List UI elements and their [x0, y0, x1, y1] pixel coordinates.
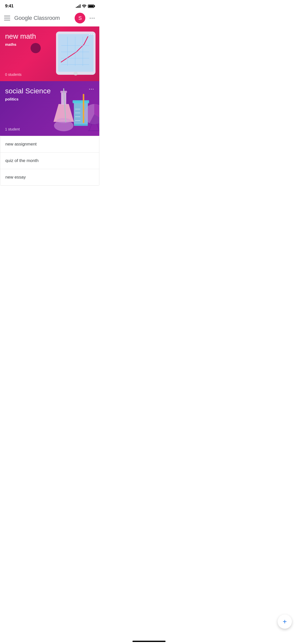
science-card-title: social Science [5, 87, 51, 95]
signal-icon [76, 4, 80, 8]
math-card-content: new math maths ··· 0 students [0, 26, 99, 81]
classroom-text: Classroom [32, 15, 60, 21]
science-card-subtitle: politics [5, 97, 51, 101]
status-bar: 9:41 [0, 0, 99, 11]
google-text: Google [14, 15, 32, 21]
science-card-more-button[interactable]: ··· [89, 87, 94, 92]
avatar[interactable]: S [75, 13, 85, 23]
new-assignment-label: new assignment [5, 142, 37, 147]
dropdown-list: new assignment quiz of the month new ess… [0, 136, 99, 186]
dropdown-item-new-essay[interactable]: new essay [0, 169, 99, 185]
science-card-content: social Science politics ··· 1 student [0, 81, 99, 136]
quiz-of-month-label: quiz of the month [5, 158, 38, 163]
header-more-button[interactable]: ··· [89, 15, 95, 21]
science-card[interactable]: social Science politics ··· 1 student [0, 81, 99, 136]
new-essay-label: new essay [5, 175, 26, 180]
card-avatar-dot [31, 43, 41, 53]
menu-button[interactable] [4, 16, 10, 20]
dropdown-item-new-assignment[interactable]: new assignment [0, 136, 99, 153]
status-icons [76, 4, 94, 8]
app-title: Google Classroom [14, 15, 71, 21]
dropdown-item-quiz-of-month[interactable]: quiz of the month [0, 153, 99, 169]
battery-icon [88, 5, 94, 8]
app-header: Google Classroom S ··· [0, 11, 99, 26]
math-card-title: new math [5, 32, 36, 41]
wifi-icon [82, 5, 86, 8]
math-card[interactable]: new math maths ··· 0 students [0, 26, 99, 81]
math-card-more-button[interactable]: ··· [89, 32, 94, 37]
science-card-students: 1 student [5, 127, 94, 131]
status-time: 9:41 [5, 4, 13, 9]
math-card-students: 0 students [5, 72, 94, 77]
